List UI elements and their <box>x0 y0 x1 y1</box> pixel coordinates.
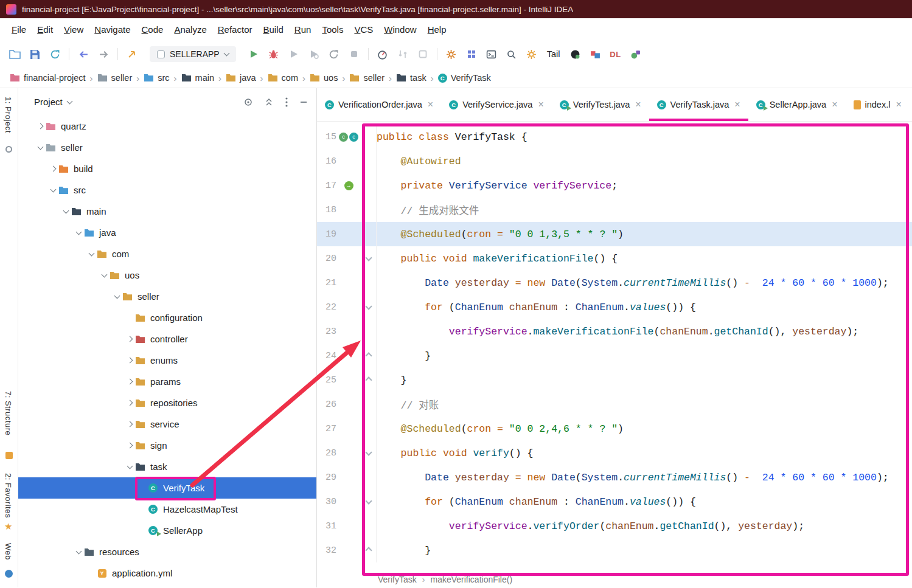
tool-button-project[interactable]: 1: Project <box>4 97 13 133</box>
chevron-open-icon[interactable] <box>125 466 134 468</box>
squares-plugin-icon[interactable] <box>589 47 601 61</box>
fold-close-icon[interactable] <box>361 368 377 392</box>
sync-icon[interactable] <box>49 47 61 61</box>
editor-tab-VerificationOrder.java[interactable]: CVerificationOrder.java <box>317 88 441 121</box>
line-number[interactable]: 27 <box>317 424 336 434</box>
breadcrumb-item-com[interactable]: com <box>268 73 298 83</box>
breadcrumb-item-main[interactable]: main <box>181 73 214 83</box>
chevron-closed-icon[interactable] <box>125 401 134 405</box>
line-number[interactable]: 15 <box>317 132 336 142</box>
breadcrumb-item-seller[interactable]: seller <box>97 73 133 83</box>
tool-button-structure[interactable]: 7: Structure <box>4 391 13 435</box>
chevron-down-icon[interactable] <box>66 98 72 104</box>
menu-code[interactable]: Code <box>136 21 169 38</box>
menu-refactor[interactable]: Refactor <box>212 21 258 38</box>
tree-item-main[interactable]: main <box>18 201 316 222</box>
dl-plugin-icon[interactable]: DL <box>609 47 621 61</box>
back-icon[interactable] <box>77 47 89 61</box>
menu-vcs[interactable]: VCS <box>349 21 378 38</box>
fold-open-icon[interactable] <box>361 295 377 319</box>
tree-item-com[interactable]: com <box>18 243 316 265</box>
chevron-open-icon[interactable] <box>86 253 96 255</box>
editor-tab-SellerApp.java[interactable]: CSellerApp.java <box>748 88 846 121</box>
code-line-32[interactable]: 32 } <box>317 538 912 562</box>
editor-breadcrumb-method[interactable]: makeVerificationFile() <box>430 575 512 584</box>
code-line-25[interactable]: 25 } <box>317 368 912 392</box>
code-line-19[interactable]: 19 @Scheduled(cron = "0 0 1,3,5 * * ? ") <box>317 222 912 246</box>
code-line-20[interactable]: 20 public void makeVerificationFile() { <box>317 246 912 271</box>
code-line-23[interactable]: 23 verifyService.makeVerificationFile(ch… <box>317 319 912 344</box>
stop-icon[interactable] <box>348 47 360 61</box>
editor-breadcrumb-class[interactable]: VerifyTask <box>378 575 417 584</box>
hide-panel-icon[interactable] <box>299 98 308 106</box>
tree-item-build[interactable]: build <box>18 158 316 179</box>
fold-open-icon[interactable] <box>361 246 377 271</box>
close-tab-icon[interactable] <box>896 100 901 109</box>
tree-item-application.yml[interactable]: Yapplication.yml <box>18 562 316 584</box>
tree-item-params[interactable]: params <box>18 371 316 392</box>
tool-button-favorites[interactable]: 2: Favorites <box>4 473 13 518</box>
rerun-icon[interactable] <box>126 47 138 61</box>
tree-item-enums[interactable]: enums <box>18 350 316 371</box>
fold-close-icon[interactable] <box>361 344 377 368</box>
line-number[interactable]: 26 <box>317 399 336 410</box>
chevron-open-icon[interactable] <box>61 210 71 213</box>
collapse-all-icon[interactable] <box>264 97 274 107</box>
tree-item-seller[interactable]: seller <box>18 286 316 307</box>
breadcrumb-item-task[interactable]: task <box>396 73 426 83</box>
breadcrumb-item-seller[interactable]: seller <box>349 73 385 83</box>
breadcrumb-item-uos[interactable]: uos <box>310 73 338 83</box>
code-line-28[interactable]: 28 public void verify() { <box>317 441 912 465</box>
debug-icon[interactable] <box>268 47 280 61</box>
line-number[interactable]: 22 <box>317 302 336 313</box>
menu-build[interactable]: Build <box>257 21 288 38</box>
chevron-open-icon[interactable] <box>48 189 58 192</box>
chevron-closed-icon[interactable] <box>125 422 134 426</box>
tool-button-web[interactable]: Web <box>4 543 13 560</box>
menu-run[interactable]: Run <box>289 21 317 38</box>
chevron-open-icon[interactable] <box>74 232 83 234</box>
tree-item-task[interactable]: task <box>18 456 316 477</box>
code-line-17[interactable]: 17→ private VerifyService verifyService; <box>317 173 912 198</box>
tree-item-src[interactable]: src <box>18 179 316 201</box>
class-gutter-icon[interactable]: cc <box>336 133 361 142</box>
close-tab-icon[interactable] <box>428 100 433 109</box>
tree-item-service[interactable]: service <box>18 413 316 435</box>
structure-tool-icon[interactable] <box>5 452 13 459</box>
line-number[interactable]: 17 <box>317 181 336 191</box>
tail-label[interactable]: Tail <box>546 49 562 59</box>
line-number[interactable]: 25 <box>317 375 336 386</box>
editor-tab-index.l[interactable]: index.l <box>846 88 910 121</box>
tree-item-HazelcastMapTest[interactable]: CHazelcastMapTest <box>18 499 316 520</box>
tree-item-configuration[interactable]: configuration <box>18 307 316 328</box>
fold-open-icon[interactable] <box>361 441 377 465</box>
code-line-21[interactable]: 21 Date yesterday = new Date(System.curr… <box>317 271 912 295</box>
chevron-closed-icon[interactable] <box>48 167 58 171</box>
tree-item-quartz[interactable]: quartz <box>18 116 316 137</box>
menu-edit[interactable]: Edit <box>32 21 58 38</box>
spring-bean-icon[interactable]: → <box>336 181 361 190</box>
close-tab-icon[interactable] <box>635 100 641 109</box>
save-all-icon[interactable] <box>29 47 41 61</box>
line-number[interactable]: 24 <box>317 351 336 361</box>
menu-navigate[interactable]: Navigate <box>89 21 136 38</box>
favorites-star-icon[interactable]: ★ <box>4 521 12 532</box>
run-with-coverage-icon[interactable] <box>288 47 300 61</box>
line-number[interactable]: 23 <box>317 327 336 337</box>
open-folder-icon[interactable] <box>9 47 21 61</box>
chevron-closed-icon[interactable] <box>125 443 134 448</box>
close-tab-icon[interactable] <box>832 100 837 109</box>
editor-tab-VerifyService.java[interactable]: CVerifyService.java <box>441 88 552 121</box>
menu-file[interactable]: File <box>6 21 32 38</box>
tree-item-uos[interactable]: uos <box>18 265 316 286</box>
menu-help[interactable]: Help <box>422 21 452 38</box>
chevron-open-icon[interactable] <box>112 296 122 298</box>
chevron-closed-icon[interactable] <box>125 358 134 362</box>
terminal-icon[interactable] <box>486 47 498 61</box>
container-plugin-icon[interactable] <box>569 47 581 61</box>
menu-view[interactable]: View <box>58 21 89 38</box>
code-line-18[interactable]: 18 // 生成对账文件 <box>317 198 912 222</box>
forward-icon[interactable] <box>97 47 110 61</box>
run-icon[interactable] <box>248 47 260 61</box>
tree-item-sign[interactable]: sign <box>18 435 316 456</box>
